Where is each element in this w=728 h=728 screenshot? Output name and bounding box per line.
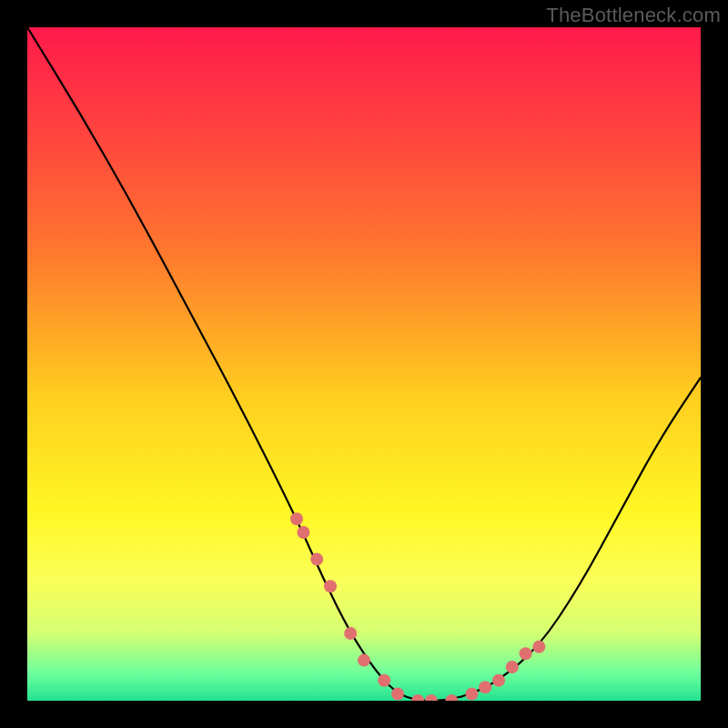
- highlight-dot: [411, 694, 424, 701]
- highlight-dot: [344, 627, 357, 640]
- highlight-dot: [358, 654, 370, 667]
- plot-area: [27, 27, 701, 701]
- highlight-dot: [324, 580, 337, 592]
- watermark-text: TheBottleneck.com: [546, 4, 721, 27]
- bottleneck-curve: [27, 27, 701, 701]
- curve-svg: [27, 27, 701, 701]
- highlight-dot: [425, 694, 438, 701]
- highlight-dot: [492, 674, 505, 687]
- highlight-dot: [532, 641, 545, 653]
- highlight-dot: [297, 526, 309, 539]
- chart-frame: TheBottleneck.com: [0, 0, 728, 728]
- highlight-dot: [506, 661, 519, 673]
- highlight-dot: [465, 688, 478, 701]
- highlight-dot: [520, 647, 532, 660]
- highlight-dot: [479, 681, 491, 693]
- highlight-dot: [378, 674, 390, 687]
- highlight-dot: [445, 694, 458, 701]
- highlight-dot: [290, 512, 303, 525]
- highlight-dot: [391, 688, 404, 701]
- highlight-dot: [310, 553, 323, 566]
